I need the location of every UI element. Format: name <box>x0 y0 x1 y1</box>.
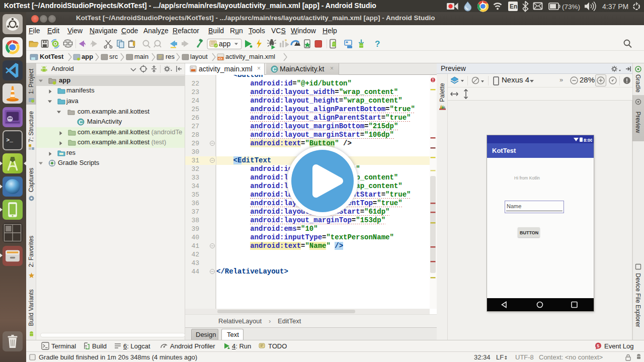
svg-text:C: C <box>273 66 277 72</box>
svg-text:app: app <box>219 40 231 48</box>
svg-text:8:00: 8:00 <box>584 138 592 143</box>
svg-text:?: ? <box>375 39 380 49</box>
svg-text:(73%): (73%) <box>562 3 580 11</box>
svg-text:5: 5 <box>597 343 599 348</box>
svg-text:<>: <> <box>218 57 222 61</box>
svg-text:C: C <box>79 119 83 125</box>
svg-text:4:37 PM: 4:37 PM <box>602 3 628 11</box>
svg-text:>_: >_ <box>6 137 13 143</box>
svg-text:En: En <box>510 3 517 10</box>
